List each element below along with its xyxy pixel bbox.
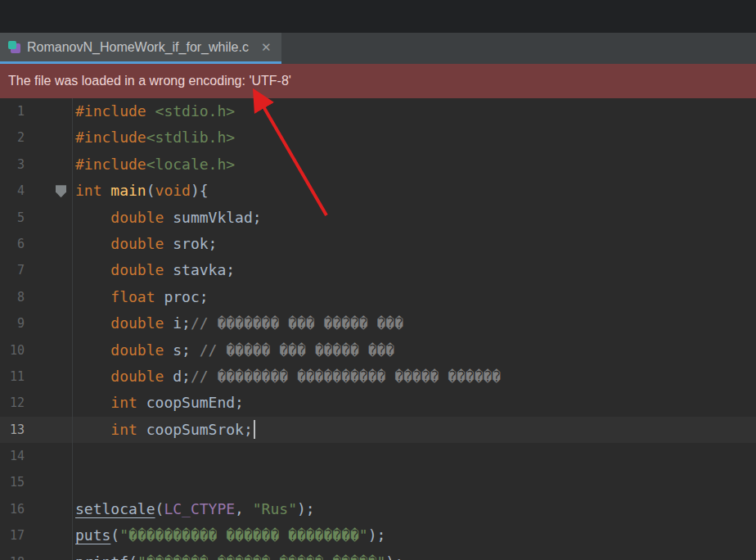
line-number: 10 <box>0 337 25 364</box>
code-line[interactable]: 12 int coopSumEnd; <box>0 390 756 416</box>
gutter-separator <box>72 98 73 560</box>
code-text: double i;// ������� ��� ����� ��� <box>75 310 403 336</box>
title-bar <box>0 0 756 33</box>
editor-tab-bar: RomanovN_HomeWork_if_for_while.c ✕ <box>0 33 756 64</box>
code-line[interactable]: 9 double i;// ������� ��� ����� ��� <box>0 310 756 336</box>
line-number: 5 <box>0 205 25 231</box>
c-file-icon <box>7 40 21 54</box>
code-text: setlocale(LC_CTYPE, "Rus"); <box>75 496 315 522</box>
tab-file[interactable]: RomanovN_HomeWork_if_for_while.c ✕ <box>0 33 281 64</box>
tab-title: RomanovN_HomeWork_if_for_while.c <box>27 40 249 55</box>
line-number: 4 <box>0 178 25 204</box>
gutter-cell[interactable]: 11 <box>0 364 75 390</box>
code-text: #include <stdio.h> <box>75 98 235 124</box>
gutter-cell[interactable]: 9 <box>0 310 75 336</box>
gutter-cell[interactable]: 4 <box>0 178 75 204</box>
gutter-cell[interactable]: 3 <box>0 151 75 178</box>
gutter-cell[interactable]: 5 <box>0 205 75 231</box>
gutter-cell[interactable]: 14 <box>0 443 75 469</box>
line-number: 2 <box>0 124 25 151</box>
fold-marker-icon[interactable] <box>56 185 66 197</box>
text-caret <box>254 420 255 439</box>
code-line[interactable]: 5 double summVklad; <box>0 205 756 231</box>
code-text: printf("������� ������ ����� �����"); <box>75 549 403 560</box>
gutter-cell[interactable]: 16 <box>0 496 75 522</box>
code-text: double srok; <box>75 231 217 257</box>
line-number: 7 <box>0 257 25 283</box>
gutter-cell[interactable]: 6 <box>0 231 75 257</box>
encoding-banner: The file was loaded in a wrong encoding:… <box>0 64 756 98</box>
code-line[interactable]: 11 double d;// �������� ���������� �����… <box>0 364 756 390</box>
gutter-cell[interactable]: 1 <box>0 98 75 124</box>
code-line[interactable]: 17puts("���������� ������ ��������"); <box>0 522 756 549</box>
line-number: 12 <box>0 390 25 416</box>
code-text: double summVklad; <box>75 205 262 231</box>
line-number: 6 <box>0 231 25 257</box>
code-line[interactable]: 15 <box>0 469 756 495</box>
gutter-cell[interactable]: 12 <box>0 390 75 416</box>
line-number: 15 <box>0 469 25 495</box>
code-editor[interactable]: 1#include <stdio.h>2#include<stdlib.h>3#… <box>0 98 756 560</box>
code-text: int coopSumEnd; <box>75 390 244 416</box>
code-text: int coopSumSrok; <box>75 417 255 443</box>
banner-text: The file was loaded in a wrong encoding:… <box>8 74 291 88</box>
code-text: #include<locale.h> <box>75 151 235 178</box>
line-number: 1 <box>0 98 25 124</box>
code-line[interactable]: 14 <box>0 443 756 469</box>
line-number: 11 <box>0 364 25 390</box>
line-number: 14 <box>0 443 25 469</box>
line-number: 8 <box>0 284 25 310</box>
code-line[interactable]: 7 double stavka; <box>0 257 756 283</box>
tab-close-icon[interactable]: ✕ <box>261 41 272 53</box>
ide-window: RomanovN_HomeWork_if_for_while.c ✕ The f… <box>0 0 756 560</box>
code-line[interactable]: 3#include<locale.h> <box>0 151 756 178</box>
code-line[interactable]: 2#include<stdlib.h> <box>0 124 756 151</box>
line-number: 13 <box>0 417 25 443</box>
code-text: float proc; <box>75 284 209 310</box>
code-text: #include<stdlib.h> <box>75 124 235 151</box>
code-text: double d;// �������� ���������� ����� ��… <box>75 364 501 390</box>
gutter-cell[interactable]: 8 <box>0 284 75 310</box>
code-line[interactable]: 6 double srok; <box>0 231 756 257</box>
line-number: 16 <box>0 496 25 522</box>
line-number: 18 <box>0 549 25 560</box>
code-text: puts("���������� ������ ��������"); <box>75 522 385 549</box>
code-lines: 1#include <stdio.h>2#include<stdlib.h>3#… <box>0 98 756 560</box>
gutter-cell[interactable]: 17 <box>0 522 75 549</box>
code-line[interactable]: 1#include <stdio.h> <box>0 98 756 124</box>
gutter-cell[interactable]: 10 <box>0 337 75 364</box>
gutter-cell[interactable]: 15 <box>0 469 75 495</box>
code-line[interactable]: 18printf("������� ������ ����� �����"); <box>0 549 756 560</box>
code-text: double s; // ����� ��� ����� ��� <box>75 337 394 364</box>
code-text: double stavka; <box>75 257 235 283</box>
line-number: 3 <box>0 151 25 178</box>
code-text: int main(void){ <box>75 178 209 204</box>
gutter-cell[interactable]: 7 <box>0 257 75 283</box>
gutter-cell[interactable]: 13 <box>0 417 75 443</box>
gutter-cell[interactable]: 2 <box>0 124 75 151</box>
code-line[interactable]: 10 double s; // ����� ��� ����� ��� <box>0 337 756 364</box>
line-number: 9 <box>0 310 25 336</box>
code-line[interactable]: 16setlocale(LC_CTYPE, "Rus"); <box>0 496 756 522</box>
code-line[interactable]: 13 int coopSumSrok; <box>0 417 756 443</box>
line-number: 17 <box>0 522 25 549</box>
gutter-cell[interactable]: 18 <box>0 549 75 560</box>
code-line[interactable]: 4int main(void){ <box>0 178 756 204</box>
code-line[interactable]: 8 float proc; <box>0 284 756 310</box>
